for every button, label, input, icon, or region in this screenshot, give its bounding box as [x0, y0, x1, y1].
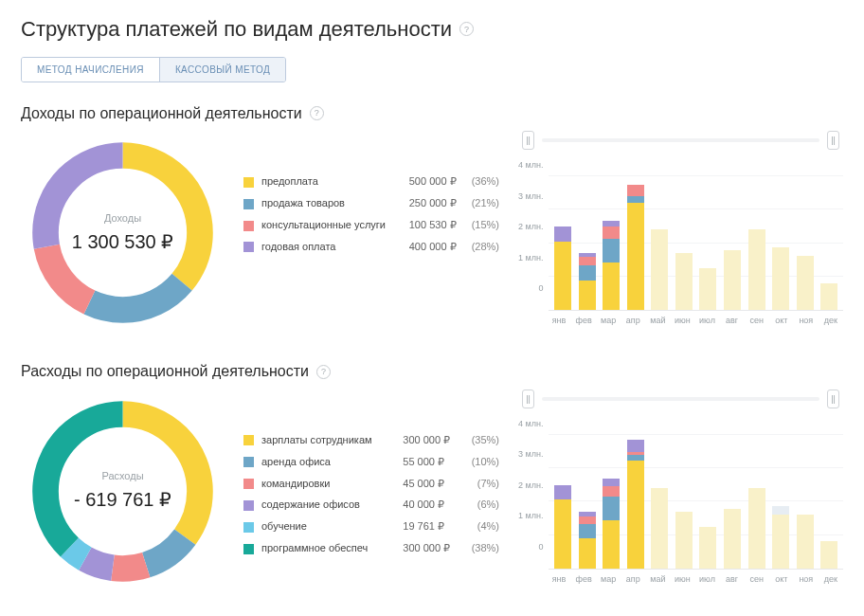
- bar-col[interactable]: [696, 268, 721, 310]
- bar-col[interactable]: [768, 247, 793, 310]
- bar-col[interactable]: [768, 506, 793, 569]
- help-icon[interactable]: ?: [310, 106, 324, 120]
- x-tick: фев: [571, 315, 596, 326]
- y-tick: 0: [538, 282, 543, 294]
- x-tick: янв: [547, 315, 571, 326]
- x-tick: сен: [745, 573, 769, 585]
- y-tick: 2 млн.: [518, 480, 543, 491]
- bar-col[interactable]: [817, 283, 841, 310]
- x-tick: апр: [621, 573, 645, 585]
- legend-item[interactable]: программное обеспеч300 000 ₽(38%): [243, 537, 499, 559]
- bar-col[interactable]: [550, 226, 575, 310]
- expense-legend: зарплаты сотрудникам300 000 ₽(35%)аренда…: [243, 390, 499, 559]
- bar-col[interactable]: [575, 253, 600, 310]
- income-bar-chart[interactable]: 4 млн.3 млн.2 млн.1 млн.0: [518, 159, 843, 311]
- range-slider[interactable]: || ||: [522, 390, 839, 408]
- x-tick: ноя: [794, 315, 819, 326]
- income-title: Доходы по операционной деятельности: [21, 103, 302, 124]
- x-tick: апр: [621, 315, 645, 326]
- x-tick: июл: [694, 315, 719, 326]
- help-icon[interactable]: ?: [459, 22, 474, 36]
- income-legend: предоплата500 000 ₽(36%)продажа товаров2…: [243, 131, 499, 257]
- x-tick: июн: [670, 573, 694, 585]
- x-tick: сен: [745, 315, 769, 326]
- x-tick: окт: [769, 315, 794, 326]
- bar-col[interactable]: [745, 488, 769, 569]
- legend-item[interactable]: зарплаты сотрудникам300 000 ₽(35%): [243, 429, 499, 451]
- legend-item[interactable]: годовая оплата400 000 ₽(28%): [243, 236, 499, 258]
- expense-donut[interactable]: Расходы - 619 761 ₽: [21, 390, 225, 593]
- x-tick: мар: [596, 315, 621, 326]
- legend-item[interactable]: командировки45 000 ₽(7%): [243, 473, 499, 495]
- bar-col[interactable]: [623, 185, 648, 311]
- page-title: Структура платежей по видам деятельности: [21, 15, 452, 44]
- bar-col[interactable]: [672, 253, 696, 310]
- y-tick: 2 млн.: [518, 221, 543, 232]
- bar-col[interactable]: [648, 229, 673, 310]
- tab-cash[interactable]: КАССОВЫЙ МЕТОД: [159, 58, 285, 82]
- bar-col[interactable]: [600, 479, 624, 569]
- y-tick: 3 млн.: [518, 190, 543, 202]
- legend-item[interactable]: аренда офиса55 000 ₽(10%): [243, 451, 499, 473]
- x-tick: июл: [694, 573, 719, 585]
- y-tick: 3 млн.: [518, 448, 543, 460]
- bar-col[interactable]: [648, 488, 673, 569]
- x-tick: мар: [596, 573, 621, 585]
- x-tick: дек: [819, 573, 843, 585]
- bar-col[interactable]: [720, 509, 745, 569]
- x-tick: июн: [670, 315, 694, 326]
- x-tick: янв: [547, 573, 571, 585]
- bar-col[interactable]: [745, 229, 769, 310]
- y-tick: 1 млн.: [518, 252, 543, 263]
- y-tick: 0: [538, 541, 543, 553]
- legend-item[interactable]: содержание офисов40 000 ₽(6%): [243, 494, 499, 516]
- x-tick: фев: [571, 573, 596, 585]
- income-section: Доходы по операционной деятельности ? До…: [21, 103, 843, 335]
- x-tick: май: [645, 573, 670, 585]
- bar-col[interactable]: [793, 256, 818, 310]
- slider-handle-left[interactable]: ||: [522, 390, 534, 408]
- bar-col[interactable]: [575, 512, 600, 569]
- y-tick: 4 млн.: [518, 418, 543, 429]
- bar-col[interactable]: [817, 541, 841, 568]
- expense-bar-chart[interactable]: 4 млн.3 млн.2 млн.1 млн.0: [518, 418, 843, 570]
- x-tick: авг: [720, 315, 745, 326]
- legend-item[interactable]: консультационные услуги100 530 ₽(15%): [243, 214, 499, 236]
- x-tick: май: [645, 315, 670, 326]
- income-donut[interactable]: Доходы 1 300 530 ₽: [21, 131, 225, 335]
- slider-handle-right[interactable]: ||: [827, 131, 839, 150]
- x-tick: ноя: [794, 573, 819, 585]
- bar-col[interactable]: [623, 440, 648, 569]
- x-tick: дек: [819, 315, 843, 326]
- legend-item[interactable]: продажа товаров250 000 ₽(21%): [243, 192, 499, 214]
- range-slider[interactable]: || ||: [522, 131, 839, 150]
- y-tick: 1 млн.: [518, 510, 543, 521]
- expense-title: Расходы по операционной деятельности: [21, 361, 309, 382]
- legend-item[interactable]: обучение19 761 ₽(4%): [243, 516, 499, 537]
- help-icon[interactable]: ?: [316, 365, 331, 379]
- bar-col[interactable]: [696, 527, 721, 569]
- slider-handle-left[interactable]: ||: [522, 131, 534, 150]
- slider-handle-right[interactable]: ||: [827, 390, 839, 408]
- bar-col[interactable]: [793, 515, 818, 569]
- method-segmented: МЕТОД НАЧИСЛЕНИЯ КАССОВЫЙ МЕТОД: [21, 57, 286, 82]
- bar-col[interactable]: [550, 485, 575, 569]
- bar-col[interactable]: [720, 250, 745, 310]
- bar-col[interactable]: [600, 221, 624, 311]
- x-tick: окт: [769, 573, 794, 585]
- tab-accrual[interactable]: МЕТОД НАЧИСЛЕНИЯ: [22, 58, 159, 82]
- expense-section: Расходы по операционной деятельности ? Р…: [21, 361, 843, 593]
- bar-col[interactable]: [672, 512, 696, 569]
- x-tick: авг: [720, 573, 745, 585]
- y-tick: 4 млн.: [518, 159, 543, 171]
- legend-item[interactable]: предоплата500 000 ₽(36%): [243, 171, 499, 192]
